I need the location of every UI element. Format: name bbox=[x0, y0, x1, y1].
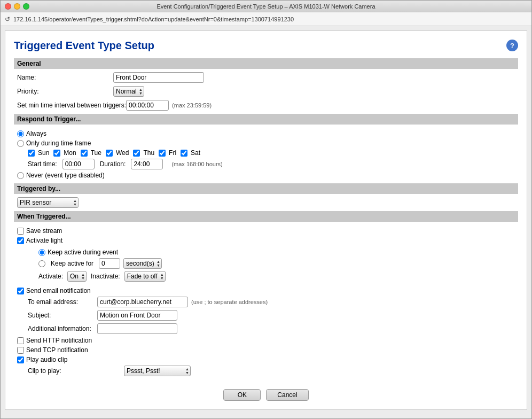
day-sun-checkbox[interactable] bbox=[28, 150, 35, 157]
subject-row: Subject: bbox=[28, 310, 515, 321]
general-section-header: General bbox=[14, 58, 518, 69]
keep-active-for-radio[interactable] bbox=[38, 260, 45, 267]
sensor-select[interactable]: PIR sensor Motion detection Audio detect… bbox=[19, 198, 72, 207]
seconds-up-arrow[interactable]: ▲ bbox=[157, 260, 160, 263]
send-email-label: Send email notification bbox=[26, 287, 91, 294]
respond-section-header: Respond to Trigger... bbox=[14, 114, 518, 125]
clip-up-arrow[interactable]: ▲ bbox=[185, 367, 189, 371]
activate-up-arrow[interactable]: ▲ bbox=[81, 273, 85, 276]
inactivate-select-wrapper: Fade to off Off On ▲ ▼ bbox=[124, 271, 166, 282]
name-label: Name: bbox=[17, 74, 113, 81]
priority-down-arrow[interactable]: ▼ bbox=[139, 91, 143, 95]
keep-active-during-label: Keep active during event bbox=[48, 249, 118, 256]
day-tue: Tue bbox=[81, 149, 101, 157]
day-sat: Sat bbox=[181, 149, 200, 157]
clip-row: Clip to play: Pssst, Psst! Doorbell Aler… bbox=[25, 366, 515, 376]
day-tue-checkbox[interactable] bbox=[81, 150, 88, 157]
inactivate-up-arrow[interactable]: ▲ bbox=[160, 273, 164, 276]
play-audio-checkbox[interactable] bbox=[17, 356, 24, 363]
day-mon: Mon bbox=[53, 149, 76, 157]
when-triggered-section: Save stream Activate light Keep active d… bbox=[14, 225, 518, 382]
duration-input[interactable] bbox=[131, 159, 163, 169]
inactivate-down-arrow[interactable]: ▼ bbox=[160, 276, 164, 280]
day-thu-label: Thu bbox=[143, 149, 154, 157]
always-radio[interactable] bbox=[17, 130, 24, 137]
never-label: Never (event type disabled) bbox=[26, 172, 105, 179]
priority-up-arrow[interactable]: ▲ bbox=[139, 88, 143, 91]
activate-light-label: Activate light bbox=[26, 237, 62, 244]
subject-input[interactable] bbox=[97, 310, 177, 321]
day-fri-label: Fri bbox=[169, 149, 176, 157]
additional-row: Additional information: bbox=[28, 323, 515, 334]
save-stream-row: Save stream bbox=[17, 227, 515, 235]
send-tcp-checkbox[interactable] bbox=[17, 347, 24, 354]
send-email-row: Send email notification bbox=[17, 287, 515, 294]
start-time-input[interactable] bbox=[62, 159, 95, 169]
seconds-down-arrow[interactable]: ▼ bbox=[157, 263, 160, 267]
activate-inactivate-row: Activate: On Off ▲ ▼ Inactivate: bbox=[38, 271, 515, 282]
maximize-button[interactable] bbox=[23, 3, 29, 10]
priority-select-wrapper: Normal Low High ▲ ▼ bbox=[113, 86, 144, 97]
page-header: Triggered Event Type Setup ? bbox=[14, 40, 518, 52]
additional-label: Additional information: bbox=[28, 325, 97, 332]
activate-light-options: Keep active during event Keep active for… bbox=[28, 246, 515, 287]
back-icon[interactable]: ↺ bbox=[5, 15, 10, 23]
additional-input[interactable] bbox=[97, 323, 177, 334]
clip-select-wrapper: Pssst, Psst! Doorbell Alert ▲ ▼ bbox=[124, 366, 191, 376]
day-sun-label: Sun bbox=[38, 149, 49, 157]
inactivate-select[interactable]: Fade to off Off On bbox=[126, 272, 159, 281]
day-sat-checkbox[interactable] bbox=[181, 150, 187, 157]
address-bar: ↺ 172.16.1.145/operator/eventTypes_trigg… bbox=[1, 12, 531, 26]
activate-light-checkbox[interactable] bbox=[17, 237, 24, 244]
priority-select[interactable]: Normal Low High bbox=[115, 87, 138, 96]
minimize-button[interactable] bbox=[14, 3, 20, 10]
keep-active-during-row: Keep active during event bbox=[38, 249, 515, 256]
sensor-down-arrow[interactable]: ▼ bbox=[73, 203, 77, 206]
to-email-hint: (use ; to separate addresses) bbox=[191, 299, 268, 305]
name-input[interactable] bbox=[113, 72, 204, 83]
address-text[interactable]: 172.16.1.145/operator/eventTypes_trigger… bbox=[13, 16, 294, 22]
buttons-row: OK Cancel bbox=[14, 389, 518, 401]
to-email-label: To email address: bbox=[28, 298, 97, 306]
triggered-by-row: PIR sensor Motion detection Audio detect… bbox=[14, 197, 518, 208]
keep-active-for-input[interactable] bbox=[99, 258, 120, 269]
respond-section: Always Only during time frame Sun Mon Tu… bbox=[14, 128, 518, 183]
activate-down-arrow[interactable]: ▼ bbox=[81, 276, 85, 280]
help-icon[interactable]: ? bbox=[506, 40, 518, 51]
activate-spinner-arrows: ▲ ▼ bbox=[81, 273, 85, 280]
priority-row: Priority: Normal Low High ▲ ▼ bbox=[14, 86, 518, 97]
timeframe-row: Only during time frame bbox=[17, 139, 515, 147]
interval-hint: (max 23:59:59) bbox=[172, 102, 212, 108]
keep-active-for-label: Keep active for bbox=[51, 260, 93, 267]
send-email-checkbox[interactable] bbox=[17, 288, 24, 294]
day-thu-checkbox[interactable] bbox=[133, 150, 140, 157]
close-button[interactable] bbox=[5, 3, 11, 10]
cancel-button[interactable]: Cancel bbox=[266, 389, 308, 401]
clip-down-arrow[interactable]: ▼ bbox=[185, 371, 189, 375]
save-stream-checkbox[interactable] bbox=[17, 228, 24, 235]
day-wed-checkbox[interactable] bbox=[106, 150, 113, 157]
inactivate-label: Inactivate: bbox=[91, 273, 120, 280]
day-mon-checkbox[interactable] bbox=[53, 150, 60, 157]
keep-active-during-radio[interactable] bbox=[38, 249, 45, 256]
interval-input[interactable] bbox=[126, 100, 169, 111]
day-mon-label: Mon bbox=[64, 149, 76, 157]
seconds-select[interactable]: second(s) minute(s) hour(s) bbox=[125, 259, 155, 268]
when-triggered-section-header: When Triggered... bbox=[14, 211, 518, 222]
ok-button[interactable]: OK bbox=[223, 389, 261, 401]
send-http-row: Send HTTP notification bbox=[17, 337, 515, 344]
sensor-select-wrapper: PIR sensor Motion detection Audio detect… bbox=[17, 197, 79, 208]
window-title: Event Configuration/Triggered Event Type… bbox=[157, 3, 375, 10]
start-time-label: Start time: bbox=[28, 160, 57, 168]
send-http-checkbox[interactable] bbox=[17, 337, 24, 344]
day-fri-checkbox[interactable] bbox=[159, 150, 166, 157]
to-email-input[interactable] bbox=[97, 297, 188, 307]
traffic-lights bbox=[5, 3, 29, 10]
priority-spinner-arrows: ▲ ▼ bbox=[139, 88, 143, 95]
sensor-up-arrow[interactable]: ▲ bbox=[73, 199, 77, 203]
never-radio[interactable] bbox=[17, 172, 24, 179]
activate-select[interactable]: On Off bbox=[69, 272, 80, 281]
timeframe-radio[interactable] bbox=[17, 140, 24, 147]
clip-select[interactable]: Pssst, Psst! Doorbell Alert bbox=[126, 367, 184, 375]
day-sun: Sun bbox=[28, 149, 49, 157]
